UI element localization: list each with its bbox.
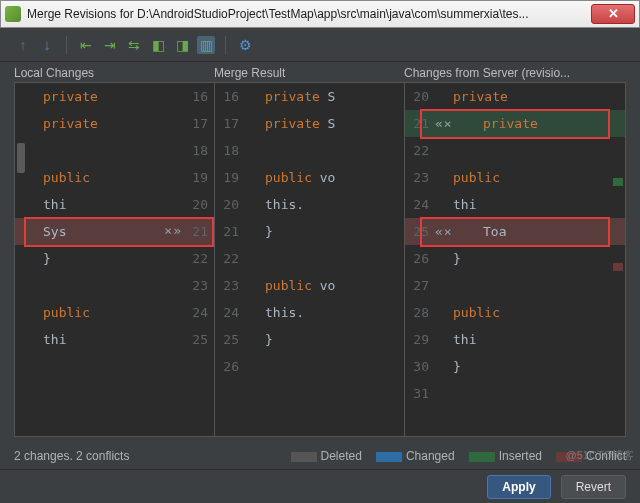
line-number: 22 [405,143,435,158]
code-text: thi [435,197,625,212]
code-text: this. [245,197,404,212]
apply-nonconflict-icon[interactable]: ⇆ [125,36,143,54]
watermark: @51CTO博客 [566,448,634,463]
code-row[interactable]: 24thi [405,191,625,218]
toolbar-separator [225,36,226,54]
code-row[interactable]: 23public vo [215,272,404,299]
code-text: public [15,170,184,185]
code-text: public vo [245,170,404,185]
code-text: this. [245,305,404,320]
code-row[interactable]: 25thi [15,326,214,353]
code-row[interactable]: 28public [405,299,625,326]
merge-header: Merge Result [214,66,404,80]
code-row[interactable]: 25} [215,326,404,353]
accept-left-icon[interactable]: ⇤ [77,36,95,54]
line-number: 21 [405,116,435,131]
line-number: 24 [215,305,245,320]
legend-inserted: Inserted [469,449,542,463]
legend-bar: 2 changes. 2 conflicts Deleted Changed I… [14,445,626,467]
code-row[interactable]: 21Sys×» [15,218,214,245]
code-row[interactable]: 17private [15,110,214,137]
line-number: 25 [405,224,435,239]
code-text: Sys [15,224,184,239]
window-title: Merge Revisions for D:\AndroidStudioProj… [27,7,591,21]
accept-right-icon[interactable]: ⇥ [101,36,119,54]
line-number: 18 [215,143,245,158]
code-row[interactable]: 20this. [215,191,404,218]
line-number: 25 [215,332,245,347]
line-number: 27 [405,278,435,293]
close-button[interactable]: ✕ [591,4,635,24]
line-number: 29 [405,332,435,347]
line-number: 23 [405,170,435,185]
code-row[interactable]: 31 [405,380,625,407]
push-left-control[interactable]: «× [435,224,465,239]
code-row[interactable]: 20thi [15,191,214,218]
code-row[interactable]: 22} [15,245,214,272]
line-number: 22 [215,251,245,266]
code-row[interactable]: 22 [405,137,625,164]
compare-left-icon[interactable]: ◧ [149,36,167,54]
code-row[interactable]: 19public vo [215,164,404,191]
code-row[interactable]: 22 [215,245,404,272]
code-text: public [435,170,625,185]
code-text: public [15,305,184,320]
revert-button[interactable]: Revert [561,475,626,499]
highlight-mode-icon[interactable]: ▥ [197,36,215,54]
code-text: Toa [465,224,625,239]
line-number: 31 [405,386,435,401]
code-row[interactable]: 17private S [215,110,404,137]
code-row[interactable]: 29thi [405,326,625,353]
code-row[interactable]: 19public [15,164,214,191]
line-number: 18 [184,143,214,158]
apply-button[interactable]: Apply [487,475,550,499]
compare-right-icon[interactable]: ◨ [173,36,191,54]
code-row[interactable]: 16private [15,83,214,110]
push-right-control[interactable]: ×» [164,223,182,238]
line-number: 20 [184,197,214,212]
code-row[interactable]: 24this. [215,299,404,326]
line-number: 24 [184,305,214,320]
local-pane[interactable]: 16private17private1819public20thi21Sys×»… [15,83,215,436]
code-row[interactable]: 26 [215,353,404,380]
push-left-control[interactable]: «× [435,116,465,131]
code-row[interactable]: 18 [15,137,214,164]
toolbar: ↑ ↓ ⇤ ⇥ ⇆ ◧ ◨ ▥ ⚙ [0,28,640,62]
titlebar: Merge Revisions for D:\AndroidStudioProj… [0,0,640,28]
code-text: } [245,224,404,239]
legend-changed: Changed [376,449,455,463]
line-number: 30 [405,359,435,374]
line-number: 28 [405,305,435,320]
code-text: thi [435,332,625,347]
line-number: 21 [184,224,214,239]
local-header: Local Changes [14,66,214,80]
code-row[interactable]: 30} [405,353,625,380]
merge-pane[interactable]: 16private S17private S1819public vo20thi… [215,83,405,436]
line-number: 19 [184,170,214,185]
line-number: 24 [405,197,435,212]
line-number: 20 [405,89,435,104]
prev-diff-icon[interactable]: ↑ [14,36,32,54]
toolbar-separator [66,36,67,54]
code-row[interactable]: 26} [405,245,625,272]
code-text: private [15,89,184,104]
code-row[interactable]: 23public [405,164,625,191]
next-diff-icon[interactable]: ↓ [38,36,56,54]
code-row[interactable]: 24public [15,299,214,326]
code-row[interactable]: 21private«× [405,110,625,137]
legend-deleted: Deleted [291,449,362,463]
code-row[interactable]: 27 [405,272,625,299]
code-row[interactable]: 16private S [215,83,404,110]
code-row[interactable]: 25Toa«× [405,218,625,245]
code-text: private [435,89,625,104]
code-row[interactable]: 20private [405,83,625,110]
diff-panes: 16private17private1819public20thi21Sys×»… [14,82,626,437]
server-pane[interactable]: 20private21private«×2223public24thi25Toa… [405,83,625,436]
code-text: private S [245,116,404,131]
app-icon [5,6,21,22]
footer: Apply Revert [0,469,640,503]
code-row[interactable]: 21} [215,218,404,245]
code-row[interactable]: 23 [15,272,214,299]
settings-icon[interactable]: ⚙ [236,36,254,54]
code-row[interactable]: 18 [215,137,404,164]
